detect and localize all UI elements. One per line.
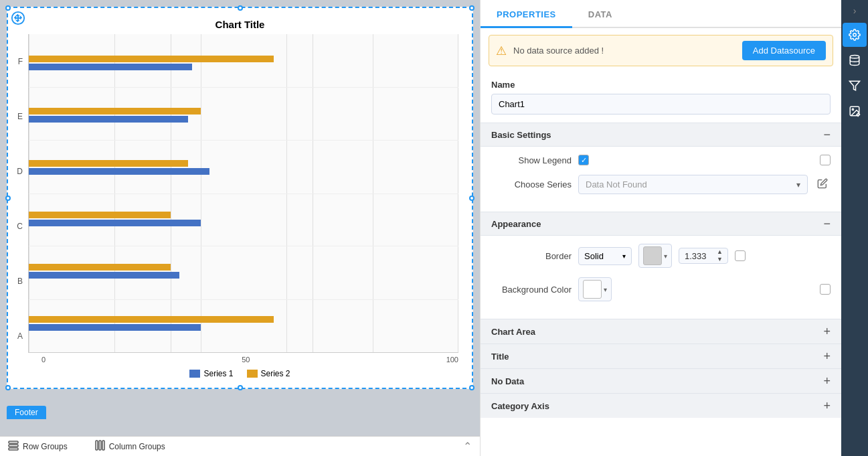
bottom-toolbar: Row Groups Column Groups ⌃ [0,436,480,456]
svg-point-13 [852,108,853,110]
category-axis-label: Category Axis [491,401,549,411]
column-groups-item[interactable]: Column Groups [94,440,165,453]
bar-e-orange [29,108,201,115]
svg-rect-7 [99,441,101,450]
border-style-arrow: ▾ [622,252,626,260]
bar-row-e [29,89,458,141]
tab-properties[interactable]: PROPERTIES [481,3,572,28]
basic-settings-header[interactable]: Basic Settings − [481,123,841,147]
bar-d-orange [29,160,188,167]
sidebar-filter-icon[interactable] [843,74,867,98]
stepper-down[interactable]: ▼ [715,256,725,263]
row-groups-label: Row Groups [23,442,68,451]
border-style-dropdown[interactable]: Solid ▾ [578,247,632,265]
collapse-bottom-icon[interactable]: ⌃ [463,440,472,453]
basic-settings-toggle: − [823,129,831,141]
bar-row-a [29,297,458,350]
bar-row-c [29,194,458,246]
svg-marker-11 [850,81,860,90]
show-legend-row: Show Legend ✓ [491,155,831,165]
no-data-section[interactable]: No Data + [481,368,841,393]
chart-title: Chart Title [15,19,465,30]
sidebar-collapse-arrow[interactable]: › [843,3,867,19]
title-section[interactable]: Title + [481,344,841,368]
sidebar-gear-icon[interactable] [843,23,867,47]
y-label-e: E [15,112,23,121]
name-label: Name [481,73,841,94]
border-width-input: 1.333 ▲ ▼ [679,248,728,264]
border-checkbox[interactable] [735,250,746,261]
appearance-header[interactable]: Appearance − [481,212,841,236]
move-icon[interactable] [11,11,25,29]
legend-series1: Series 1 [189,369,233,378]
svg-point-10 [850,56,859,59]
bar-chart: A B C D E F [15,34,465,364]
resize-handle-tr[interactable] [469,5,474,11]
chart-area-section[interactable]: Chart Area + [481,319,841,344]
choose-series-value: Data Not Found [586,179,792,189]
bar-a-orange [29,316,274,323]
svg-point-9 [853,33,857,37]
y-label-a: A [15,332,23,340]
right-panel: PROPERTIES DATA ⚠ No data source added !… [480,0,868,456]
chart-body: A B C D E F [15,34,465,381]
tab-data[interactable]: DATA [572,3,628,28]
sidebar-database-icon[interactable] [843,48,867,72]
resize-handle-bc[interactable] [238,385,243,390]
resize-handle-tl[interactable] [5,5,11,11]
bar-a-blue [29,324,201,331]
chart-widget[interactable]: Chart Title A B C D E F [7,7,473,389]
resize-handle-br[interactable] [469,385,474,390]
show-legend-extra-checkbox[interactable] [820,155,831,165]
row-groups-item[interactable]: Row Groups [8,440,68,453]
sidebar-image-settings-icon[interactable] [843,99,867,123]
right-sidebar: › [841,0,868,456]
column-groups-label: Column Groups [109,442,165,451]
resize-handle-tc[interactable] [238,5,243,11]
column-groups-icon [94,440,105,453]
legend-label-series2: Series 2 [261,369,290,378]
x-label-0: 0 [41,356,46,364]
row-groups-icon [8,440,19,453]
edit-series-button[interactable] [814,178,831,192]
bg-color-box [583,280,602,299]
choose-series-dropdown[interactable]: Data Not Found ▾ [578,175,808,194]
border-label: Border [491,251,572,261]
bg-color-arrow: ▾ [604,286,607,293]
border-width-stepper[interactable]: ▲ ▼ [715,248,725,263]
category-axis-section[interactable]: Category Axis + [481,393,841,418]
bg-color-checkbox[interactable] [820,284,831,295]
svg-point-14 [857,114,859,116]
no-data-expand-icon: + [823,375,831,387]
border-color-picker[interactable]: ▾ [638,244,672,268]
footer-label: Footer [7,406,46,419]
stepper-up[interactable]: ▲ [715,248,725,256]
add-datasource-button[interactable]: Add Datasource [742,41,826,60]
border-color-arrow: ▾ [664,252,667,260]
show-legend-checkbox[interactable]: ✓ [578,155,589,165]
appearance-label: Appearance [491,219,541,229]
name-input[interactable] [491,94,831,115]
chart-area-expand-icon: + [823,325,831,337]
category-axis-expand-icon: + [823,400,831,412]
y-label-f: F [15,58,23,66]
bg-color-label: Background Color [491,285,572,295]
basic-settings-label: Basic Settings [491,130,551,140]
resize-handle-mr[interactable] [469,196,474,201]
resize-handle-bl[interactable] [5,385,11,390]
bg-color-picker[interactable]: ▾ [578,277,612,301]
legend-label-series1: Series 1 [203,369,233,378]
y-label-b: B [15,277,23,285]
legend-color-series2 [247,370,258,378]
bar-e-blue [29,116,188,123]
title-section-label: Title [491,352,509,362]
choose-series-label: Choose Series [491,179,572,189]
bg-color-row: Background Color ▾ [491,277,831,301]
resize-handle-ml[interactable] [5,196,11,201]
bar-c-orange [29,212,171,218]
border-style-value: Solid [584,251,604,261]
y-label-c: C [15,222,23,230]
bar-c-blue [29,220,201,226]
appearance-content: Border Solid ▾ ▾ 1.333 ▲ ▼ [481,236,841,319]
svg-rect-4 [9,445,18,447]
